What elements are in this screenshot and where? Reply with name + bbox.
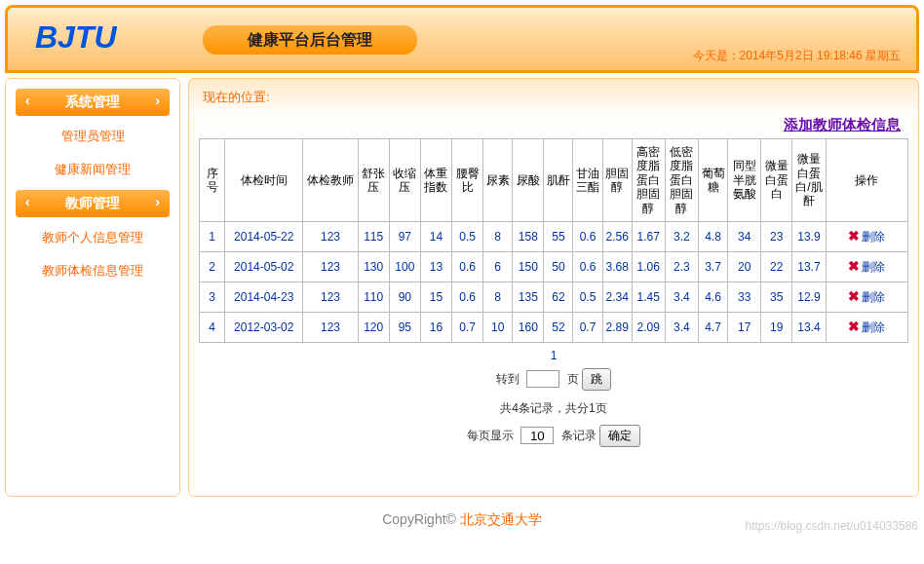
delete-icon: ✖ <box>848 228 860 244</box>
nav-section-teacher[interactable]: ‹ 教师管理 › <box>16 190 170 217</box>
table-action-cell: ✖删除 <box>826 282 908 312</box>
table-cell: 123 <box>303 221 358 251</box>
table-cell: 2.3 <box>665 251 698 282</box>
table-header-cell: 腰臀比 <box>452 139 483 222</box>
table-cell: 3 <box>200 282 225 312</box>
header-bar: BJTU 健康平台后台管理 今天是：2014年5月2日 19:18:46 星期五 <box>5 5 919 73</box>
table-cell: 100 <box>389 251 420 282</box>
delete-link[interactable]: 删除 <box>862 320 885 334</box>
table-cell: 115 <box>358 221 389 251</box>
table-action-cell: ✖删除 <box>826 221 908 251</box>
pager-summary: 共4条记录，共分1页 <box>199 400 908 417</box>
table-cell: 110 <box>358 282 389 312</box>
pager: 1 转到 页 跳 共4条记录，共分1页 每页显示 条记录 确定 <box>199 343 908 453</box>
perpage-input[interactable] <box>520 427 554 444</box>
table-cell: 8 <box>483 221 513 251</box>
chevron-left-icon: ‹ <box>25 93 30 108</box>
table-cell: 4.6 <box>698 282 727 312</box>
table-row: 12014-05-2212311597140.58158550.62.561.6… <box>200 221 908 251</box>
delete-link[interactable]: 删除 <box>862 260 885 274</box>
table-header-cell: 操作 <box>826 139 908 222</box>
goto-page-input[interactable] <box>526 370 559 388</box>
exam-table: 序号体检时间体检教师舒张压收缩压体重指数腰臀比尿素尿酸肌酐甘油三酯胆固醇高密度脂… <box>199 138 908 343</box>
table-cell: 2.89 <box>602 312 632 342</box>
org-name: 北京交通大学 <box>460 511 542 527</box>
table-cell: 160 <box>513 312 544 342</box>
table-cell: 2012-03-02 <box>225 312 303 342</box>
perpage-prefix: 每页显示 <box>467 429 514 442</box>
sidebar-item-teacher-info[interactable]: 教师个人信息管理 <box>10 221 175 254</box>
table-cell: 20 <box>728 251 761 282</box>
table-cell: 0.7 <box>573 312 602 342</box>
breadcrumb: 现在的位置: <box>199 87 908 116</box>
table-cell: 0.5 <box>452 221 483 251</box>
datetime-display: 今天是：2014年5月2日 19:18:46 星期五 <box>693 48 901 64</box>
jump-button[interactable]: 跳 <box>582 368 611 391</box>
table-header-cell: 葡萄糖 <box>698 139 727 222</box>
table-cell: 17 <box>728 312 761 342</box>
table-cell: 2014-04-23 <box>225 282 303 312</box>
table-cell: 3.7 <box>698 251 727 282</box>
table-cell: 34 <box>728 221 761 251</box>
main-panel: 现在的位置: 添加教师体检信息 序号体检时间体检教师舒张压收缩压体重指数腰臀比尿… <box>188 78 919 497</box>
table-cell: 97 <box>389 221 420 251</box>
sidebar-item-teacher-exam[interactable]: 教师体检信息管理 <box>10 254 175 287</box>
watermark: https://blog.csdn.net/u014033586 <box>746 519 918 533</box>
table-header-cell: 胆固醇 <box>602 139 632 222</box>
table-cell: 23 <box>761 221 792 251</box>
table-cell: 13 <box>420 251 451 282</box>
delete-link[interactable]: 删除 <box>862 290 885 304</box>
delete-icon: ✖ <box>848 288 860 304</box>
table-action-cell: ✖删除 <box>826 312 908 342</box>
table-cell: 123 <box>303 312 358 342</box>
table-cell: 52 <box>544 312 573 342</box>
table-cell: 35 <box>761 282 792 312</box>
chevron-right-icon: › <box>155 194 160 209</box>
table-cell: 0.5 <box>573 282 602 312</box>
nav-section-system[interactable]: ‹ 系统管理 › <box>16 89 170 116</box>
table-cell: 150 <box>513 251 544 282</box>
logo: BJTU <box>35 19 117 56</box>
table-cell: 14 <box>420 221 451 251</box>
confirm-button[interactable]: 确定 <box>599 425 640 447</box>
table-cell: 0.6 <box>573 251 602 282</box>
table-cell: 6 <box>483 251 513 282</box>
table-cell: 33 <box>728 282 761 312</box>
table-cell: 10 <box>483 312 513 342</box>
table-cell: 3.4 <box>665 312 698 342</box>
table-header-cell: 体检时间 <box>225 139 303 222</box>
page-title: 健康平台后台管理 <box>203 25 417 55</box>
table-header-cell: 尿素 <box>483 139 513 222</box>
sidebar-item-news[interactable]: 健康新闻管理 <box>10 153 175 186</box>
table-cell: 2 <box>200 251 225 282</box>
table-cell: 15 <box>420 282 451 312</box>
table-header-cell: 序号 <box>200 139 225 222</box>
nav-section-label: 系统管理 <box>65 94 120 109</box>
table-row: 22014-05-02123130100130.66150500.63.681.… <box>200 251 908 282</box>
table-cell: 1.67 <box>632 221 665 251</box>
table-header-cell: 体重指数 <box>420 139 451 222</box>
datetime-prefix: 今天是： <box>693 49 740 62</box>
page-number[interactable]: 1 <box>199 349 908 362</box>
table-cell: 1.45 <box>632 282 665 312</box>
table-cell: 1 <box>200 221 225 251</box>
table-cell: 12.9 <box>792 282 826 312</box>
table-cell: 2.09 <box>632 312 665 342</box>
copyright-label: CopyRight© <box>382 511 460 527</box>
delete-link[interactable]: 删除 <box>862 230 885 244</box>
table-header-cell: 体检教师 <box>303 139 358 222</box>
table-header-cell: 收缩压 <box>389 139 420 222</box>
table-cell: 123 <box>303 282 358 312</box>
sidebar-item-admin[interactable]: 管理员管理 <box>10 120 175 153</box>
table-cell: 4 <box>200 312 225 342</box>
table-cell: 2.34 <box>602 282 632 312</box>
perpage-suffix: 条记录 <box>561 429 597 442</box>
table-cell: 2014-05-22 <box>225 221 303 251</box>
table-cell: 3.4 <box>665 282 698 312</box>
table-action-cell: ✖删除 <box>826 251 908 282</box>
table-header-cell: 尿酸 <box>513 139 544 222</box>
table-header-row: 序号体检时间体检教师舒张压收缩压体重指数腰臀比尿素尿酸肌酐甘油三酯胆固醇高密度脂… <box>200 139 908 222</box>
table-header-cell: 高密度脂蛋白胆固醇 <box>632 139 665 222</box>
add-teacher-exam-link[interactable]: 添加教师体检信息 <box>784 116 901 132</box>
nav-section-label: 教师管理 <box>65 195 120 210</box>
